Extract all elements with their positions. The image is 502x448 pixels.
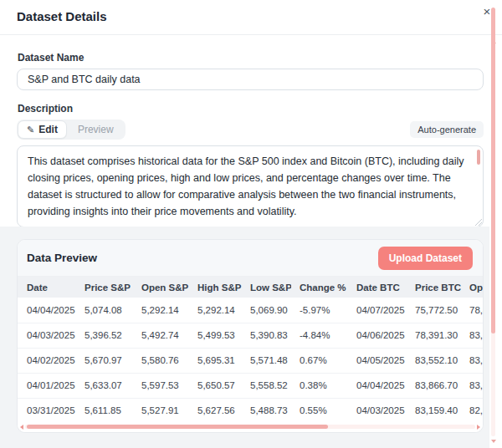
table-cell: 5,069.90	[242, 298, 291, 323]
table-cell: 0.67%	[291, 348, 348, 373]
table-cell: 83,866.70	[407, 373, 461, 398]
dataset-name-label: Dataset Name	[18, 52, 484, 64]
textarea-scrollbar-thumb[interactable]	[477, 150, 480, 165]
table-cell: 83,5	[461, 323, 483, 348]
vertical-scrollbar-thumb[interactable]	[491, 8, 495, 333]
table-cell: 5,650.57	[189, 373, 242, 398]
modal-header: Dataset Details ×	[0, 0, 502, 35]
column-header: Open BTC	[461, 277, 483, 298]
table-cell: 5,396.52	[76, 323, 133, 348]
column-header: Price BTC	[407, 277, 461, 298]
table-cell: 03/31/2025	[18, 398, 76, 423]
table-cell: 5,527.91	[133, 398, 189, 423]
table-cell: 75,772.50	[407, 298, 461, 323]
data-preview-header: Data Preview Upload Dataset	[18, 240, 483, 277]
table-header-row: DatePrice S&POpen S&PHigh S&PLow S&PChan…	[18, 277, 483, 298]
table-cell: 04/03/2025	[348, 398, 407, 423]
table-cell: 83,1	[461, 373, 483, 398]
column-header: High S&P	[189, 277, 242, 298]
table-cell: 04/05/2025	[348, 348, 407, 373]
upload-dataset-button[interactable]: Upload Dataset	[378, 247, 473, 270]
table-cell: 83,552.10	[407, 348, 461, 373]
column-header: Date BTC	[348, 277, 407, 298]
data-table-clip: DatePrice S&POpen S&PHigh S&PLow S&PChan…	[18, 277, 483, 424]
data-preview-section: Data Preview Upload Dataset DatePrice S&…	[0, 227, 489, 448]
description-label: Description	[18, 103, 484, 115]
scroll-right-arrow-icon[interactable]	[477, 425, 480, 430]
table-cell: 5,488.73	[242, 398, 291, 423]
table-cell: 78,4	[461, 298, 483, 323]
tab-edit[interactable]: ✎ Edit	[18, 120, 67, 139]
table-cell: 82,5	[461, 398, 483, 423]
table-row: 04/01/20255,633.075,597.535,650.575,558.…	[18, 373, 483, 398]
table-cell: 5,627.56	[189, 398, 242, 423]
table-cell: 04/01/2025	[18, 373, 76, 398]
table-cell: 5,492.74	[133, 323, 189, 348]
column-header: Price S&P	[76, 277, 133, 298]
edit-pencil-icon: ✎	[27, 125, 34, 135]
tab-preview[interactable]: Preview	[67, 120, 125, 139]
table-cell: 5,499.53	[189, 323, 242, 348]
table-cell: -4.84%	[291, 323, 348, 348]
table-cell: 5,670.97	[76, 348, 133, 373]
table-cell: 04/06/2025	[348, 323, 407, 348]
table-row: 03/31/20255,611.855,527.915,627.565,488.…	[18, 398, 483, 423]
table-cell: 83,8	[461, 348, 483, 373]
table-cell: 04/04/2025	[348, 373, 407, 398]
scroll-down-arrow-icon[interactable]	[491, 440, 496, 443]
horizontal-scrollbar-zone	[18, 421, 483, 432]
table-cell: 0.38%	[291, 373, 348, 398]
column-header: Open S&P	[133, 277, 189, 298]
description-textarea[interactable]: This dataset comprises historical data f…	[17, 145, 484, 227]
table-cell: 83,159.40	[407, 398, 461, 423]
page-title: Dataset Details	[17, 9, 107, 23]
auto-generate-button[interactable]: Auto-generate	[410, 121, 484, 138]
table-body: 04/04/20255,074.085,292.145,292.145,069.…	[18, 298, 483, 423]
table-cell: 5,571.48	[242, 348, 291, 373]
table-cell: 5,292.14	[189, 298, 242, 323]
table-cell: 5,633.07	[76, 373, 133, 398]
data-table: DatePrice S&POpen S&PHigh S&PLow S&PChan…	[18, 277, 483, 423]
data-preview-title: Data Preview	[27, 252, 97, 264]
data-preview-card: Data Preview Upload Dataset DatePrice S&…	[17, 239, 484, 433]
table-cell: 04/03/2025	[18, 323, 76, 348]
table-row: 04/04/20255,074.085,292.145,292.145,069.…	[18, 298, 483, 323]
table-cell: 5,597.53	[133, 373, 189, 398]
form-section: Dataset Name Description ✎ Edit Preview …	[0, 35, 502, 227]
table-cell: 5,695.31	[189, 348, 242, 373]
table-cell: 04/07/2025	[348, 298, 407, 323]
description-toolbar: ✎ Edit Preview Auto-generate	[17, 120, 484, 140]
scroll-left-arrow-icon[interactable]	[20, 425, 23, 430]
table-cell: 5,580.76	[133, 348, 189, 373]
table-cell: 78,391.30	[407, 323, 461, 348]
table-cell: 5,074.08	[76, 298, 133, 323]
table-cell: 04/02/2025	[18, 348, 76, 373]
edit-preview-tabs: ✎ Edit Preview	[17, 120, 126, 140]
table-cell: 04/04/2025	[18, 298, 76, 323]
column-header: Low S&P	[242, 277, 291, 298]
column-header: Change %	[291, 277, 348, 298]
table-cell: 5,558.52	[242, 373, 291, 398]
tab-edit-label: Edit	[38, 124, 58, 135]
table-cell: 0.55%	[291, 398, 348, 423]
column-header: Date	[18, 277, 76, 298]
description-textarea-wrap: This dataset comprises historical data f…	[17, 145, 484, 227]
table-cell: 5,390.83	[242, 323, 291, 348]
table-cell: 5,611.85	[76, 398, 133, 423]
table-row: 04/02/20255,670.975,580.765,695.315,571.…	[18, 348, 483, 373]
dataset-name-input[interactable]	[17, 69, 484, 90]
table-cell: -5.97%	[291, 298, 348, 323]
horizontal-scrollbar-track[interactable]	[25, 425, 475, 429]
table-cell: 5,292.14	[133, 298, 189, 323]
horizontal-scrollbar-thumb[interactable]	[27, 425, 328, 429]
table-row: 04/03/20255,396.525,492.745,499.535,390.…	[18, 323, 483, 348]
